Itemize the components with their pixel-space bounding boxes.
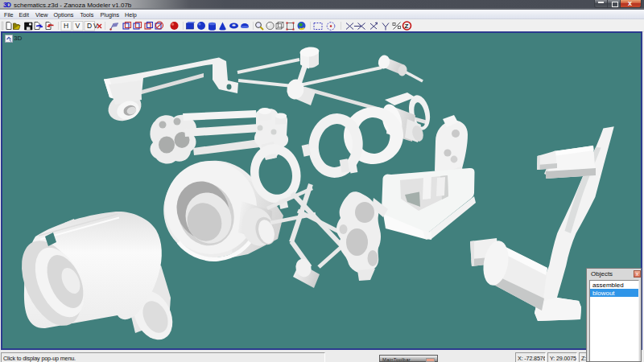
svg-text:Z: Z <box>405 23 409 30</box>
svg-text:V: V <box>76 22 80 30</box>
svg-text:V: V <box>93 22 98 30</box>
svg-text:D: D <box>87 22 92 30</box>
svg-text:H: H <box>64 22 68 30</box>
